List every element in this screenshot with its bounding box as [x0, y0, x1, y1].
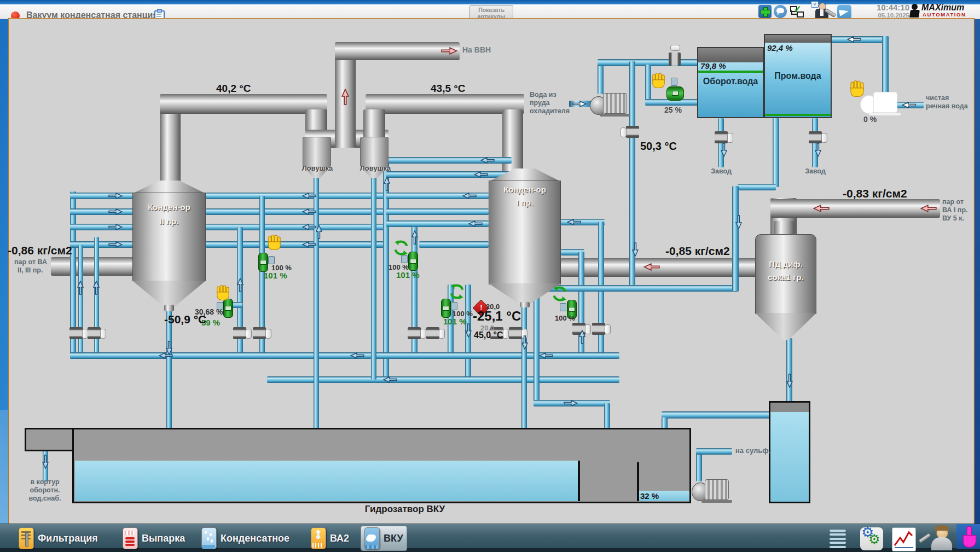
flow-arrow: [166, 341, 172, 355]
flow-arrow: [847, 36, 861, 43]
valve-position: 101 %: [443, 317, 467, 326]
oborot-water-tank[interactable]: 79,8 % Оборот.вода: [697, 47, 764, 118]
auto-mode-recycle-icon[interactable]: [393, 240, 409, 256]
valve-position: 101 %: [264, 271, 287, 280]
flow-arrow: [302, 241, 316, 248]
manual-mode-hand-icon[interactable]: [651, 72, 666, 89]
manual-valve[interactable]: [88, 327, 101, 339]
basin-title: Гидрозатвор ВКУ: [350, 504, 460, 515]
taskbar-app-vku[interactable]: ВКУ: [361, 526, 407, 550]
flow-arrow: [108, 208, 123, 215]
manual-mode-hand-icon[interactable]: [216, 284, 230, 301]
condenser1-label: Конден-ор: [490, 185, 560, 194]
manual-valve[interactable]: [509, 327, 522, 339]
manual-valve[interactable]: [253, 327, 266, 339]
trap1-body[interactable]: [303, 137, 331, 166]
flow-arrow: [42, 455, 49, 469]
manual-mode-hand-icon[interactable]: [849, 80, 865, 97]
flow-arrow: [579, 330, 585, 344]
manual-valve[interactable]: [408, 327, 421, 339]
clock-time: 10:44:10: [862, 4, 909, 11]
oborot-tank-label: Оборот.вода: [698, 77, 763, 86]
chat-icon[interactable]: [774, 5, 787, 18]
screen: Вакуум конденсатная станция Показать арт…: [0, 0, 980, 552]
taskbar-app-kondensatnoe[interactable]: Конденсатное: [198, 526, 293, 550]
auto-mode-recycle-icon[interactable]: [552, 286, 568, 302]
manual-valve[interactable]: [626, 126, 639, 138]
seal-tank-water: [770, 412, 809, 502]
temp-40-2: 40,2 °C: [216, 83, 251, 95]
auto-mode-recycle-icon[interactable]: [449, 283, 465, 300]
flow-arrow: [302, 224, 316, 230]
pipe-segment: [645, 65, 651, 102]
control-valve-cond2-drain[interactable]: [223, 299, 233, 318]
manual-valve[interactable]: [233, 327, 246, 339]
flow-arrow: [237, 278, 243, 292]
flow-arrow: [93, 281, 100, 295]
flow-arrow: [108, 241, 123, 248]
control-valve-cond1-left[interactable]: [408, 252, 418, 271]
menu-lines-icon[interactable]: [830, 527, 848, 549]
manual-mode-hand-icon[interactable]: [267, 234, 282, 251]
trends-icon[interactable]: [892, 527, 916, 551]
flow-arrow: [462, 193, 477, 199]
zavod1-label: Завод: [707, 167, 735, 176]
condenser2-label: Конден-ор: [134, 202, 205, 212]
service-engineer-icon[interactable]: V: [810, 2, 836, 19]
manual-valve[interactable]: [669, 53, 681, 66]
pipe-segment: [366, 94, 524, 114]
prom-level-value: 92,4 %: [767, 43, 793, 53]
pressure-085: -0,85 кг/см2: [665, 245, 730, 258]
seal-tank-right[interactable]: [769, 401, 810, 503]
control-valve-cond1-mid[interactable]: [441, 299, 451, 318]
sulf-pump[interactable]: [692, 478, 730, 504]
flow-arrow: [735, 215, 742, 229]
manual-valve[interactable]: [426, 327, 439, 339]
oborot-level-value: 79,8 %: [700, 61, 726, 71]
flow-arrow: [786, 374, 793, 388]
temp-45-0: 45,0 °C: [474, 330, 503, 340]
condenser1-body[interactable]: [489, 181, 561, 284]
user-icon[interactable]: [929, 527, 954, 551]
add-icon[interactable]: [758, 5, 772, 18]
pipe-segment: [206, 208, 386, 215]
flow-arrow: [302, 208, 316, 215]
river-water-pump[interactable]: [860, 90, 898, 117]
telegram-icon[interactable]: [837, 5, 851, 19]
hydro-seal-basin[interactable]: 32 %: [72, 428, 691, 503]
pipe-segment: [70, 224, 133, 230]
taskbar-app-filtration[interactable]: Фильтрация: [15, 526, 101, 550]
trap2-body[interactable]: [360, 137, 388, 166]
network-icon[interactable]: ✓: [790, 5, 803, 18]
prom-water-tank[interactable]: 92,4 % Пром.вода: [764, 34, 832, 118]
touch-icon[interactable]: [956, 524, 980, 549]
pond-water-pump[interactable]: [590, 92, 628, 118]
taskbar-app-va2[interactable]: ВА2: [308, 526, 352, 550]
flow-arrow: [411, 230, 418, 245]
temp-50-9: -50,9 °C: [164, 313, 206, 326]
flow-arrow: [465, 323, 472, 338]
manual-valve[interactable]: [592, 323, 605, 335]
manual-valve[interactable]: [69, 327, 83, 339]
pipe-segment: [629, 61, 635, 291]
taskbar-app-vyparka[interactable]: Выпарка: [119, 526, 188, 550]
zavod1-valve[interactable]: [715, 131, 728, 143]
flow-arrow: [539, 352, 553, 359]
pipe-segment: [773, 118, 779, 187]
temp-minus-25-1: -25,1 °C: [473, 309, 521, 324]
settings-gears-icon[interactable]: ⚙ ⚙: [860, 527, 883, 550]
seal-tank-headspace: [770, 403, 809, 412]
zavod2-valve[interactable]: [809, 131, 822, 143]
flow-arrow: [302, 193, 316, 199]
flow-arrow: [721, 143, 727, 157]
temp-43-5: 43,5 °C: [431, 83, 466, 95]
control-valve-pond[interactable]: [666, 86, 684, 101]
prom-tank-label: Пром.вода: [765, 71, 831, 81]
valve-positioner: [671, 78, 677, 86]
control-valve-cond2[interactable]: [258, 253, 268, 272]
clock: 10:44:10 05.10.2025: [862, 4, 909, 19]
flow-arrow: [567, 219, 581, 225]
flow-arrow: [480, 157, 495, 164]
flow-arrow: [350, 352, 364, 359]
pressure-083: -0,83 кг/см2: [843, 187, 907, 200]
